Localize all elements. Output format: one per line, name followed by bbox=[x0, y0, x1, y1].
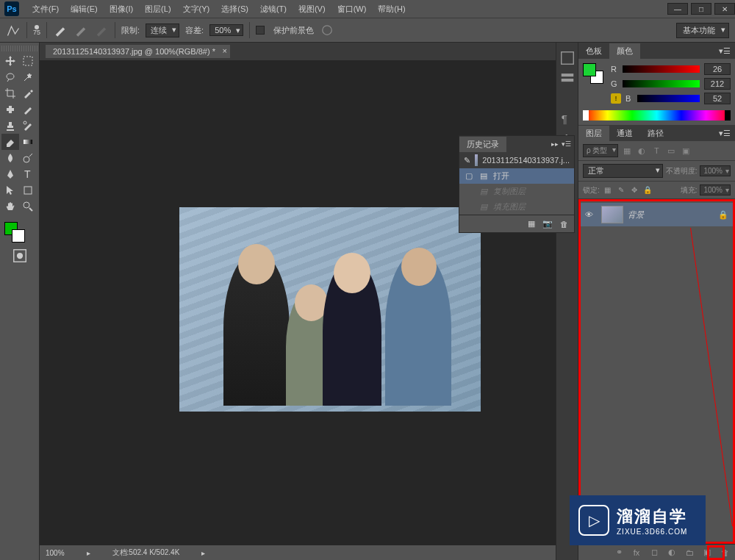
history-snapshot[interactable]: ✎ 20131125140313937.j... bbox=[459, 152, 574, 168]
gradient-tool[interactable] bbox=[19, 134, 37, 150]
menu-file[interactable]: 文件(F) bbox=[26, 4, 65, 15]
menu-edit[interactable]: 编辑(E) bbox=[65, 4, 104, 15]
menu-filter[interactable]: 滤镜(T) bbox=[254, 4, 293, 15]
pressure-icon[interactable] bbox=[320, 23, 334, 37]
current-tool-icon[interactable] bbox=[6, 23, 21, 37]
toolbox-handle[interactable] bbox=[1, 46, 37, 51]
layers-panel-menu-icon[interactable]: ▾☰ bbox=[719, 129, 735, 138]
brush-icon-2[interactable] bbox=[74, 23, 88, 37]
dodge-tool[interactable] bbox=[19, 150, 37, 166]
marquee-tool[interactable] bbox=[19, 53, 37, 69]
history-item-copy[interactable]: ▤ 复制图层 bbox=[459, 184, 574, 199]
color-swatch-pair[interactable] bbox=[583, 63, 605, 85]
history-tab[interactable]: 历史记录 bbox=[459, 137, 506, 152]
channels-tab[interactable]: 通道 bbox=[609, 126, 640, 141]
color-panel-menu-icon[interactable]: ▾☰ bbox=[719, 46, 735, 56]
g-value[interactable]: 212 bbox=[704, 78, 731, 90]
color-swatches[interactable] bbox=[1, 219, 37, 245]
wand-tool[interactable] bbox=[19, 69, 37, 85]
dock-icon-3[interactable]: ¶ bbox=[559, 110, 576, 126]
panel-menu-icon[interactable]: ▾☰ bbox=[562, 140, 571, 148]
move-tool[interactable] bbox=[1, 53, 19, 69]
zoom-tool[interactable] bbox=[19, 198, 37, 215]
brush-icon-1[interactable] bbox=[53, 23, 68, 37]
stamp-tool[interactable] bbox=[1, 118, 19, 134]
menu-view[interactable]: 视图(V) bbox=[293, 4, 331, 15]
fill-value[interactable]: 100% bbox=[700, 184, 731, 195]
fg-color-swatch[interactable] bbox=[583, 63, 596, 76]
quick-mask-toggle[interactable] bbox=[12, 248, 28, 263]
workspace-switcher[interactable]: 基本功能 bbox=[676, 23, 729, 38]
color-tab[interactable]: 颜色 bbox=[609, 43, 640, 59]
lock-transparency-icon[interactable]: ▦ bbox=[603, 185, 613, 195]
filter-smart-icon[interactable]: ▣ bbox=[680, 145, 692, 157]
layer-name[interactable]: 背景 bbox=[628, 209, 714, 220]
lasso-tool[interactable] bbox=[1, 69, 19, 85]
blend-mode-select[interactable]: 正常 bbox=[583, 164, 663, 178]
history-item-fill[interactable]: ▤ 填充图层 bbox=[459, 199, 574, 215]
type-tool[interactable]: T bbox=[19, 166, 37, 182]
close-button[interactable]: ✕ bbox=[714, 3, 735, 15]
collapse-panel-icon[interactable]: ▸▸ bbox=[551, 140, 559, 148]
brush-size-picker[interactable]: 75 bbox=[33, 25, 40, 36]
menu-help[interactable]: 帮助(H) bbox=[372, 4, 411, 15]
layers-tab[interactable]: 图层 bbox=[578, 126, 609, 141]
paths-tab[interactable]: 路径 bbox=[640, 126, 671, 141]
filter-pixel-icon[interactable]: ▦ bbox=[621, 145, 633, 157]
opacity-value[interactable]: 100% bbox=[700, 165, 731, 176]
trash-icon[interactable]: 🗑 bbox=[560, 220, 568, 229]
dock-icon-2[interactable] bbox=[559, 71, 576, 87]
limit-select[interactable]: 连续 bbox=[146, 24, 179, 37]
color-spectrum[interactable] bbox=[583, 110, 731, 121]
eraser-tool[interactable] bbox=[1, 134, 19, 150]
pen-tool[interactable] bbox=[1, 166, 19, 182]
r-slider[interactable] bbox=[623, 65, 700, 73]
menu-window[interactable]: 窗口(W) bbox=[331, 4, 373, 15]
swatches-tab[interactable]: 色板 bbox=[578, 43, 609, 59]
visibility-icon[interactable]: 👁 bbox=[585, 210, 597, 219]
shape-tool[interactable] bbox=[19, 182, 37, 198]
brush-tool[interactable] bbox=[19, 101, 37, 118]
filter-shape-icon[interactable]: ▭ bbox=[665, 145, 677, 157]
r-value[interactable]: 26 bbox=[704, 63, 731, 75]
menu-type[interactable]: 文字(Y) bbox=[177, 4, 216, 15]
crop-tool[interactable] bbox=[1, 85, 19, 101]
layer-row-background[interactable]: 👁 背景 🔒 bbox=[581, 203, 733, 226]
close-tab-icon[interactable]: × bbox=[223, 46, 227, 55]
brush-icon-3[interactable] bbox=[94, 23, 109, 37]
gamut-warning-icon[interactable]: ! bbox=[611, 93, 621, 104]
lock-pixels-icon[interactable]: ✎ bbox=[616, 185, 626, 195]
hand-tool[interactable] bbox=[1, 198, 19, 215]
dock-icon-1[interactable] bbox=[559, 50, 576, 66]
healing-tool[interactable] bbox=[1, 101, 19, 118]
layer-fx-icon[interactable]: fx bbox=[631, 547, 642, 559]
layer-mask-icon[interactable]: ◻ bbox=[648, 547, 660, 559]
document-tab[interactable]: 20131125140313937.jpg @ 100%(RGB/8#) * × bbox=[46, 45, 230, 58]
filter-adjust-icon[interactable]: ◐ bbox=[636, 145, 648, 157]
b-value[interactable]: 52 bbox=[704, 93, 731, 104]
b-slider[interactable] bbox=[637, 95, 700, 102]
layer-group-icon[interactable]: 🗀 bbox=[684, 547, 695, 559]
menu-select[interactable]: 选择(S) bbox=[215, 4, 254, 15]
lock-position-icon[interactable]: ✥ bbox=[629, 185, 639, 195]
path-select-tool[interactable] bbox=[1, 182, 19, 198]
minimize-button[interactable]: — bbox=[667, 3, 688, 15]
menu-layer[interactable]: 图层(L) bbox=[139, 4, 176, 15]
zoom-level[interactable]: 100% bbox=[46, 549, 65, 557]
filter-type-select[interactable]: ρ 类型 bbox=[583, 144, 618, 157]
history-brush-tool[interactable] bbox=[19, 118, 37, 134]
lock-all-icon[interactable]: 🔒 bbox=[642, 185, 653, 195]
g-slider[interactable] bbox=[623, 80, 700, 87]
background-swatch[interactable] bbox=[12, 229, 25, 243]
blur-tool[interactable] bbox=[1, 150, 19, 166]
canvas-viewport[interactable] bbox=[40, 60, 556, 545]
camera-icon[interactable]: 📷 bbox=[542, 219, 553, 229]
eyedropper-tool[interactable] bbox=[19, 85, 37, 101]
adjustment-layer-icon[interactable]: ◐ bbox=[666, 547, 678, 559]
filter-type-icon[interactable]: T bbox=[650, 145, 662, 157]
maximize-button[interactable]: □ bbox=[691, 3, 711, 15]
new-doc-from-state-icon[interactable]: ▦ bbox=[528, 219, 535, 229]
menu-image[interactable]: 图像(I) bbox=[104, 4, 139, 15]
protect-fg-checkbox[interactable] bbox=[256, 26, 265, 35]
link-layers-icon[interactable]: ⚭ bbox=[613, 547, 625, 559]
